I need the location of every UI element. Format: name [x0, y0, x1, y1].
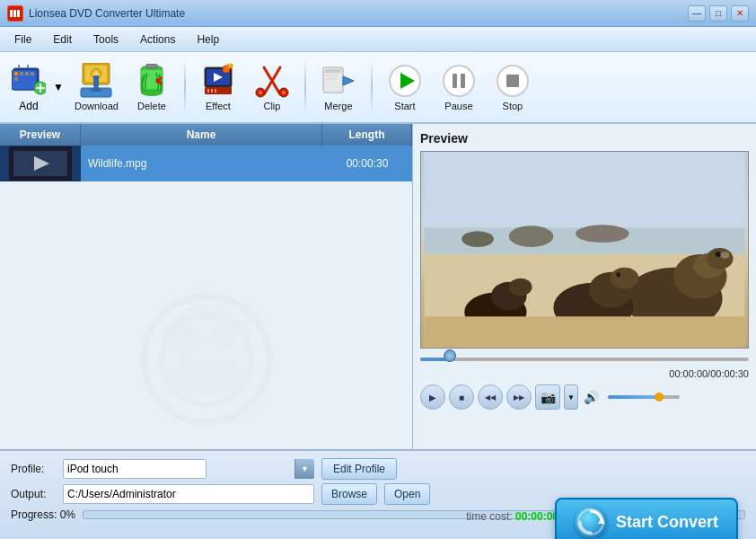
rewind-button[interactable]: ◀◀	[478, 384, 503, 410]
profile-dropdown-arrow[interactable]: ▼	[294, 459, 314, 479]
svg-marker-48	[343, 76, 354, 85]
forward-button[interactable]: ▶▶	[506, 384, 532, 410]
file-name: Wildlife.mpg	[81, 157, 322, 170]
snapshot-dropdown-button[interactable]: ▼	[564, 384, 578, 410]
svg-rect-80	[425, 316, 745, 348]
pause-icon	[441, 63, 477, 99]
merge-button[interactable]: Merge	[313, 57, 364, 118]
svg-point-79	[509, 278, 532, 296]
edit-profile-button[interactable]: Edit Profile	[321, 458, 397, 480]
menu-tools[interactable]: Tools	[83, 30, 129, 49]
menu-help[interactable]: Help	[186, 30, 230, 49]
pause-label: Pause	[444, 101, 472, 111]
time-cost-value: 00:00:00	[515, 510, 558, 523]
file-preview-thumb	[0, 146, 81, 181]
browse-button[interactable]: Browse	[321, 483, 377, 505]
svg-point-71	[721, 252, 730, 259]
open-button[interactable]: Open	[384, 483, 430, 505]
svg-rect-52	[453, 74, 457, 88]
progress-label: Progress: 0%	[11, 508, 75, 521]
svg-point-82	[462, 231, 494, 247]
start-convert-area: Start Convert	[555, 498, 738, 539]
title-bar: Lionsea DVD Converter Ultimate — □ ✕	[0, 0, 756, 27]
app-icon	[7, 5, 23, 22]
volume-thumb[interactable]	[655, 393, 664, 402]
snapshot-button[interactable]: 📷	[535, 384, 560, 410]
add-button[interactable]: Add	[7, 57, 50, 118]
effect-label: Effect	[206, 101, 231, 111]
speaker-icon: 🔊	[584, 390, 599, 404]
clip-button[interactable]: Clip	[247, 57, 297, 118]
snapshot-icon: 📷	[541, 390, 556, 404]
svg-point-62	[175, 328, 202, 355]
time-display: 00:00:00/00:00:30	[420, 368, 749, 379]
svg-rect-10	[25, 72, 29, 75]
svg-rect-53	[461, 74, 465, 88]
watermark	[117, 252, 296, 431]
play-button[interactable]: ▶	[420, 384, 445, 410]
minimize-button[interactable]: —	[688, 5, 706, 22]
menu-bar: File Edit Tools Actions Help	[0, 27, 756, 52]
merge-label: Merge	[324, 101, 352, 111]
effect-icon	[200, 63, 236, 99]
clip-label: Clip	[263, 101, 280, 111]
menu-edit[interactable]: Edit	[42, 30, 83, 49]
pause-button[interactable]: Pause	[434, 57, 484, 118]
close-button[interactable]: ✕	[731, 5, 749, 22]
toolbar-separator-2	[304, 60, 306, 114]
effect-button[interactable]: Effect	[193, 57, 243, 118]
preview-title: Preview	[420, 131, 749, 146]
list-header: Preview Name Length	[0, 124, 412, 146]
svg-point-43	[282, 91, 286, 94]
stop-icon	[495, 63, 531, 99]
svg-rect-22	[93, 75, 99, 86]
header-preview: Preview	[0, 124, 81, 146]
stop-label: Stop	[503, 101, 523, 111]
svg-point-63	[214, 326, 235, 348]
svg-point-37	[227, 64, 233, 68]
svg-rect-3	[17, 10, 20, 17]
svg-rect-9	[20, 72, 23, 75]
svg-point-83	[576, 225, 629, 243]
volume-slider[interactable]	[608, 395, 680, 399]
time-cost-label: time cost:	[466, 510, 512, 523]
svg-point-72	[716, 252, 721, 257]
convert-icon	[575, 506, 607, 538]
main-content: Preview Name Length Wildlife.mpg 00:00:3…	[0, 124, 756, 449]
video-progress-slider[interactable]	[420, 354, 749, 365]
svg-rect-47	[325, 78, 336, 80]
profile-label: Profile:	[11, 463, 56, 475]
maximize-button[interactable]: □	[709, 5, 727, 22]
add-dropdown-button[interactable]: ▼	[50, 57, 66, 118]
window-controls: — □ ✕	[688, 5, 749, 22]
volume-fill	[608, 395, 658, 399]
video-preview	[420, 151, 749, 349]
download-icon	[78, 63, 114, 99]
profile-select[interactable]	[63, 459, 207, 479]
svg-point-25	[141, 89, 163, 96]
start-convert-label: Start Convert	[616, 513, 718, 532]
preview-panel: Preview	[413, 124, 756, 449]
output-path-input[interactable]	[63, 484, 314, 504]
start-button[interactable]: Start	[380, 57, 430, 118]
time-cost-row: time cost: 00:00:00	[466, 510, 558, 523]
delete-label: Delete	[137, 101, 166, 111]
add-button-group: Add ▼	[7, 57, 66, 118]
table-row[interactable]: Wildlife.mpg 00:00:30	[0, 146, 412, 181]
svg-rect-46	[325, 75, 338, 76]
menu-actions[interactable]: Actions	[129, 30, 186, 49]
svg-rect-1	[10, 10, 13, 17]
download-button[interactable]: Download	[70, 57, 123, 118]
stop-button[interactable]: Stop	[488, 57, 538, 118]
svg-rect-8	[14, 72, 18, 75]
stop-ctrl-button[interactable]: ■	[449, 384, 474, 410]
menu-file[interactable]: File	[4, 30, 42, 49]
slider-thumb[interactable]	[444, 349, 456, 362]
rewind-icon: ◀◀	[485, 393, 496, 402]
start-convert-button[interactable]: Start Convert	[555, 498, 738, 539]
svg-point-76	[616, 272, 620, 277]
delete-button[interactable]: Delete	[127, 57, 177, 118]
toolbar: Add ▼ Download	[0, 52, 756, 124]
snapshot-dropdown-icon: ▼	[567, 393, 575, 402]
window-title: Lionsea DVD Converter Ultimate	[29, 7, 185, 20]
